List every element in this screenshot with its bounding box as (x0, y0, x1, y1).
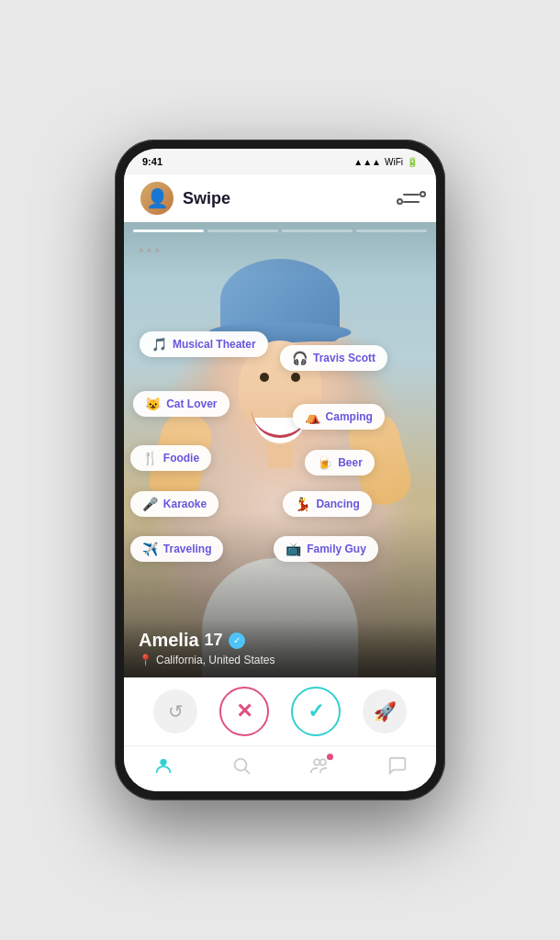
user-age: 17 (205, 631, 223, 650)
profile-card[interactable]: ••• 🎵 Musical Theater 🎧 Travis Scott 😺 C… (124, 222, 436, 677)
tag-musical-theater[interactable]: 🎵 Musical Theater (140, 331, 268, 357)
tag-karaoke[interactable]: 🎤 Karaoke (130, 491, 218, 517)
swipe-nav-icon (153, 755, 174, 780)
verified-icon: ✓ (229, 632, 245, 649)
wifi-icon: WiFi (385, 157, 403, 167)
tag-cat-lover[interactable]: 😺 Cat Lover (133, 391, 229, 417)
like-icon: ✓ (308, 699, 324, 723)
svg-point-3 (314, 759, 319, 765)
nav-search[interactable] (220, 754, 263, 782)
user-info-overlay: Amelia 17 ✓ 📍 California, United States (124, 619, 436, 677)
tag-travis-scott[interactable]: 🎧 Travis Scott (280, 345, 387, 371)
location-pin-icon: 📍 (139, 654, 152, 666)
like-button[interactable]: ✓ (291, 687, 341, 736)
user-location: 📍 California, United States (139, 654, 421, 666)
messages-nav-icon (387, 755, 408, 780)
tag-dancing[interactable]: 💃 Dancing (283, 491, 371, 517)
status-icons: ▲▲▲ WiFi 🔋 (353, 157, 418, 167)
matches-nav-icon (309, 755, 330, 780)
filter-icon[interactable] (403, 194, 420, 203)
nav-swipe[interactable] (142, 754, 185, 782)
app-header: 👤 Swipe (124, 174, 436, 222)
nav-messages[interactable] (376, 754, 419, 782)
nope-button[interactable]: ✕ (219, 687, 269, 736)
tag-family-guy[interactable]: 📺 Family Guy (274, 536, 378, 562)
signal-icon: ▲▲▲ (353, 157, 381, 167)
nav-matches[interactable] (298, 754, 341, 782)
super-like-icon: 🚀 (374, 700, 397, 722)
search-nav-icon (231, 755, 252, 780)
super-like-button[interactable]: 🚀 (363, 689, 407, 733)
svg-point-4 (319, 759, 325, 765)
battery-icon: 🔋 (407, 157, 418, 167)
profile-photo: ••• 🎵 Musical Theater 🎧 Travis Scott 😺 C… (124, 222, 436, 677)
tag-camping[interactable]: ⛺ Camping (293, 404, 385, 430)
user-name: Amelia (139, 630, 199, 651)
status-time: 9:41 (142, 156, 162, 167)
tag-foodie[interactable]: 🍴 Foodie (130, 445, 211, 471)
rewind-button[interactable]: ↺ (153, 689, 197, 733)
app-screen: 9:41 ▲▲▲ WiFi 🔋 👤 Swipe (124, 149, 436, 791)
nope-icon: ✕ (236, 699, 252, 723)
card-menu-icon[interactable]: ••• (139, 242, 162, 259)
action-buttons: ↺ ✕ ✓ 🚀 (124, 677, 436, 745)
header-left: 👤 Swipe (140, 182, 230, 215)
bottom-nav (124, 745, 436, 791)
card-area[interactable]: ••• 🎵 Musical Theater 🎧 Travis Scott 😺 C… (124, 222, 436, 677)
matches-notification-dot (327, 754, 333, 760)
phone-frame: 9:41 ▲▲▲ WiFi 🔋 👤 Swipe (115, 140, 445, 800)
app-title: Swipe (183, 189, 230, 208)
user-name-row: Amelia 17 ✓ (139, 630, 421, 651)
svg-point-0 (160, 759, 166, 766)
avatar[interactable]: 👤 (140, 182, 174, 215)
rewind-icon: ↺ (168, 700, 184, 722)
status-bar: 9:41 ▲▲▲ WiFi 🔋 (124, 149, 436, 174)
tag-traveling[interactable]: ✈️ Traveling (130, 536, 224, 562)
svg-line-2 (245, 769, 249, 773)
progress-bar (133, 229, 427, 232)
tag-beer[interactable]: 🍺 Beer (305, 450, 375, 476)
